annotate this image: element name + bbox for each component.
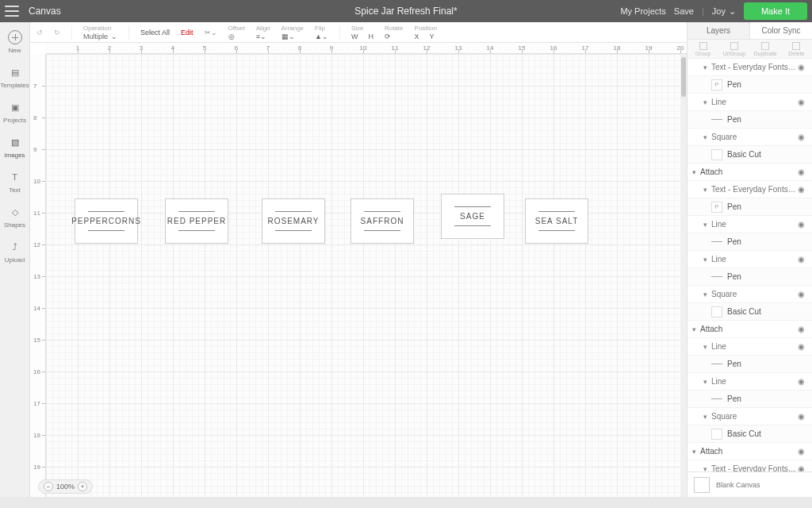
tab-colorsync[interactable]: Color Sync	[750, 22, 812, 39]
layer-item-row[interactable]: Pen	[688, 268, 812, 286]
zoom-out-button[interactable]: −	[44, 482, 53, 491]
spice-label-card[interactable]: SAFFRON	[350, 198, 414, 244]
layer-item-row[interactable]: PPen	[688, 198, 812, 216]
spice-label-text: SEA SALT	[535, 212, 579, 230]
layer-item-row[interactable]: Pen	[688, 111, 812, 129]
layer-group-row[interactable]: ▾Text - Everyday Fonts - A...◉	[688, 181, 812, 198]
rule-line	[88, 230, 124, 231]
layer-group-row[interactable]: ▾Attach◉	[688, 164, 812, 181]
align-group[interactable]: Align ≡⌄	[256, 25, 270, 40]
group-icon	[699, 42, 707, 50]
group-action[interactable]: Group	[688, 40, 718, 58]
zoom-control[interactable]: − 100% +	[38, 479, 93, 494]
text-icon: T	[8, 170, 22, 184]
layer-group-row[interactable]: ▾Attach◉	[688, 321, 812, 338]
layer-group-row[interactable]: ▾Line◉	[688, 373, 812, 391]
layer-list[interactable]: ▾Text - Everyday Fonts - A...◉PPen▾Line◉…	[688, 59, 812, 471]
caret-down-icon: ▾	[703, 465, 711, 472]
delete-icon	[792, 42, 800, 50]
layer-group-row[interactable]: ▾Attach◉	[688, 443, 812, 460]
visibility-icon[interactable]: ◉	[798, 185, 807, 194]
layer-group-row[interactable]: ▾Square◉	[688, 129, 812, 146]
spice-label-card[interactable]: PEPPERCORNS	[75, 198, 138, 244]
save-button[interactable]: Save	[674, 6, 694, 16]
offset-icon: ◎	[228, 33, 235, 40]
make-it-button[interactable]: Make It	[744, 2, 807, 20]
rail-shapes[interactable]: ◇ Shapes	[0, 205, 29, 229]
spice-label-card[interactable]: SAGE	[441, 194, 504, 239]
visibility-icon[interactable]: ◉	[798, 325, 807, 333]
visibility-icon[interactable]: ◉	[798, 412, 807, 421]
zoom-in-button[interactable]: +	[78, 482, 87, 491]
rail-text[interactable]: T Text	[0, 170, 29, 194]
edit-dropdown-icon[interactable]: ✂︎⌄	[205, 29, 217, 37]
rotate-group[interactable]: Rotate ⟳	[385, 25, 404, 40]
undo-icon[interactable]: ↺	[36, 29, 43, 37]
blank-swatch	[694, 477, 710, 493]
line-thumb	[711, 276, 722, 278]
layer-thumb	[711, 306, 722, 318]
templates-icon: ▤	[8, 65, 22, 79]
layer-item-row[interactable]: Pen	[688, 356, 812, 373]
menu-icon[interactable]	[5, 6, 19, 17]
position-group[interactable]: Position X Y	[415, 25, 437, 40]
project-title[interactable]: Spice Jar Refresh Final*	[354, 6, 457, 17]
layer-item-row[interactable]: Basic Cut	[688, 425, 812, 443]
arrange-group[interactable]: Arrange ▦⌄	[282, 25, 304, 40]
layer-group-row[interactable]: ▾Text - Everyday Fonts - A...◉	[688, 59, 812, 76]
scrollbar-thumb[interactable]	[681, 57, 686, 97]
delete-action[interactable]: Delete	[781, 40, 812, 58]
visibility-icon[interactable]: ◉	[798, 290, 807, 298]
canvas[interactable]: PEPPERCORNSRED PEPPERROSEMARYSAFFRONSAGE…	[46, 54, 687, 497]
my-projects-link[interactable]: My Projects	[620, 6, 665, 16]
layer-group-row[interactable]: ▾Line◉	[688, 338, 812, 356]
layer-group-row[interactable]: ▾Square◉	[688, 408, 812, 425]
duplicate-action[interactable]: Duplicate	[750, 40, 781, 58]
flip-group[interactable]: Flip ▲⌄	[315, 25, 328, 40]
right-panel: Layers Color Sync Group UnGroup Duplicat…	[687, 22, 812, 497]
layer-item-row[interactable]: PPen	[688, 76, 812, 94]
visibility-icon[interactable]: ◉	[798, 464, 807, 471]
ungroup-action[interactable]: UnGroup	[718, 40, 749, 58]
layer-item-row[interactable]: Basic Cut	[688, 303, 812, 321]
offset-label: Offset	[228, 25, 245, 32]
rail-templates[interactable]: ▤ Templates	[0, 65, 29, 89]
machine-select[interactable]: Joy ⌄	[712, 6, 736, 17]
operation-group[interactable]: Operation Multiple ⌄	[83, 25, 117, 40]
layer-item-row[interactable]: Pen	[688, 391, 812, 408]
rail-images[interactable]: ▧ Images	[0, 135, 29, 159]
rail-projects[interactable]: ▣ Projects	[0, 100, 29, 124]
visibility-icon[interactable]: ◉	[798, 220, 807, 229]
rail-new[interactable]: New	[0, 30, 29, 54]
layer-group-row[interactable]: ▾Square◉	[688, 286, 812, 303]
size-group[interactable]: Size W H	[351, 25, 373, 40]
layer-group-row[interactable]: ▾Text - Everyday Fonts - A...◉	[688, 460, 812, 471]
offset-group[interactable]: Offset ◎	[228, 25, 245, 40]
layer-item-row[interactable]: Basic Cut	[688, 146, 812, 164]
visibility-icon[interactable]: ◉	[798, 167, 807, 176]
visibility-icon[interactable]: ◉	[798, 342, 807, 351]
visibility-icon[interactable]: ◉	[798, 63, 807, 71]
tab-layers[interactable]: Layers	[688, 22, 750, 39]
layer-label: Basic Cut	[727, 307, 807, 316]
spice-label-card[interactable]: SEA SALT	[525, 198, 588, 244]
layer-group-row[interactable]: ▾Line◉	[688, 216, 812, 233]
visibility-icon[interactable]: ◉	[798, 377, 807, 386]
visibility-icon[interactable]: ◉	[798, 98, 807, 106]
blank-canvas-row[interactable]: Blank Canvas	[688, 471, 812, 497]
visibility-icon[interactable]: ◉	[798, 133, 807, 141]
spice-label-text: SAGE	[460, 207, 485, 225]
layer-group-row[interactable]: ▾Line◉	[688, 94, 812, 111]
rail-upload[interactable]: ⤴ Upload	[0, 240, 29, 264]
layer-label: Square	[711, 133, 798, 141]
spice-label-card[interactable]: RED PEPPER	[165, 198, 228, 244]
select-all-button[interactable]: Select All	[140, 29, 170, 37]
vertical-scrollbar[interactable]	[680, 54, 687, 497]
layer-item-row[interactable]: Pen	[688, 233, 812, 251]
edit-button[interactable]: Edit	[181, 29, 193, 37]
layer-group-row[interactable]: ▾Line◉	[688, 251, 812, 268]
spice-label-card[interactable]: ROSEMARY	[262, 198, 325, 244]
redo-icon[interactable]: ↻	[54, 29, 60, 37]
visibility-icon[interactable]: ◉	[798, 255, 807, 264]
visibility-icon[interactable]: ◉	[798, 447, 807, 456]
